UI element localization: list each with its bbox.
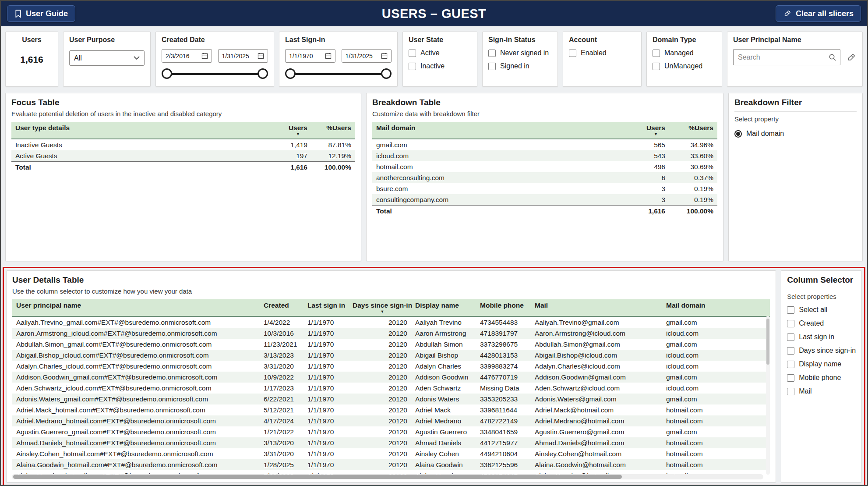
- created-date-to-input[interactable]: 1/31/2025: [218, 49, 268, 63]
- table-cell: 20120: [349, 316, 411, 328]
- col-created[interactable]: Created: [260, 299, 303, 316]
- checkbox-option[interactable]: UnManaged: [653, 62, 716, 70]
- checkbox-option[interactable]: Active: [409, 49, 471, 57]
- checkbox-icon[interactable]: [787, 361, 794, 368]
- checkbox-icon[interactable]: [787, 374, 794, 382]
- checkbox-icon[interactable]: [787, 320, 794, 327]
- col-users[interactable]: Users▼: [621, 122, 669, 139]
- col-mobile-phone[interactable]: Mobile phone: [476, 299, 531, 316]
- table-row[interactable]: Addison.Goodwin_gmail.com#EXT#@bsuredemo…: [12, 372, 770, 383]
- last-signin-from-input[interactable]: 1/1/1970: [285, 49, 335, 63]
- checkbox-icon[interactable]: [787, 333, 794, 341]
- slider-handle-min[interactable]: [162, 68, 172, 79]
- checkbox-option[interactable]: Enabled: [569, 49, 635, 57]
- table-cell: Adriel.Mack_hotmail.com#EXT#@bsuredemo.o…: [12, 404, 260, 415]
- table-row[interactable]: consultingcompany.com30.19%: [372, 194, 717, 206]
- breakdown-filter-option-mail-domain[interactable]: Mail domain: [734, 130, 857, 138]
- checkbox-icon[interactable]: [488, 63, 496, 70]
- table-row[interactable]: Agustin.Guerrero_gmail.com#EXT#@bsuredem…: [12, 426, 770, 437]
- table-cell: gmail.com: [662, 372, 770, 383]
- user-purpose-dropdown[interactable]: All: [69, 50, 145, 66]
- col-users[interactable]: Users▼: [263, 122, 311, 139]
- created-date-from-input[interactable]: 2/3/2016: [162, 49, 212, 63]
- table-cell: 20120: [349, 437, 411, 448]
- slider-handle-max[interactable]: [258, 68, 268, 79]
- table-row[interactable]: Ainsley.Cohen_hotmail.com#EXT#@bsuredemo…: [12, 448, 770, 459]
- table-row[interactable]: Abdullah.Simon_gmail.com#EXT#@bsuredemo.…: [12, 339, 770, 350]
- table-row[interactable]: Alaina.Goodwin_hotmail.com#EXT#@bsuredem…: [12, 459, 770, 470]
- clear-all-slicers-button[interactable]: Clear all slicers: [776, 5, 861, 22]
- table-row[interactable]: Aaron.Armstrong_icloud.com#EXT#@bsuredem…: [12, 328, 770, 339]
- checkbox-option[interactable]: Created: [787, 319, 856, 327]
- checkbox-option[interactable]: Never signed in: [488, 49, 552, 57]
- last-signin-to-input[interactable]: 1/31/2025: [342, 49, 392, 63]
- created-date-inputs: 2/3/2016 1/31/2025: [162, 49, 268, 63]
- table-row[interactable]: icloud.com54333.60%: [372, 150, 717, 161]
- checkbox-icon[interactable]: [409, 50, 416, 57]
- table-row[interactable]: Ahmad.Daniels_hotmail.com#EXT#@bsuredemo…: [12, 437, 770, 448]
- checkbox-option[interactable]: Inactive: [409, 62, 471, 70]
- col-pct-users[interactable]: %Users: [311, 122, 355, 139]
- table-cell: Adriel Mack: [411, 404, 476, 415]
- col-days-since-sign-in[interactable]: Days since sign-in▼: [349, 299, 411, 316]
- col-last-sign-in[interactable]: Last sign in: [303, 299, 349, 316]
- table-row[interactable]: Abigail.Bishop_icloud.com#EXT#@bsuredemo…: [12, 350, 770, 361]
- checkbox-icon[interactable]: [787, 306, 794, 314]
- checkbox-option[interactable]: Select all: [787, 306, 856, 314]
- table-cell: Adriel.Medrano@hotmail.com: [531, 415, 662, 426]
- table-cell: 1/1/1970: [303, 316, 349, 328]
- checkbox-option[interactable]: Mobile phone: [787, 374, 856, 382]
- table-cell: Adonis.Waters@gmail.com: [531, 394, 662, 404]
- upn-search-input[interactable]: [733, 49, 840, 65]
- checkbox-option[interactable]: Days since sign-in: [787, 347, 856, 355]
- table-row[interactable]: Adonis.Waters_gmail.com#EXT#@bsuredemo.o…: [12, 394, 770, 404]
- breakdown-filter-subtitle: Select property: [734, 115, 857, 123]
- vertical-scrollbar-thumb[interactable]: [766, 319, 769, 365]
- table-cell: Alaina Goodwin: [411, 459, 476, 470]
- checkbox-option[interactable]: Mail: [787, 387, 856, 395]
- focus-table-title: Focus Table: [11, 98, 355, 107]
- checkbox-option[interactable]: Signed in: [488, 62, 552, 70]
- table-row[interactable]: Aaliyah.Trevino_gmail.com#EXT#@bsuredemo…: [12, 316, 770, 328]
- clear-upn-eraser-icon[interactable]: [846, 52, 857, 63]
- col-display-name[interactable]: Display name: [411, 299, 476, 316]
- table-cell: hotmail.com: [662, 404, 770, 415]
- col-user-principal-name[interactable]: User principal name: [12, 299, 260, 316]
- col-pct-users[interactable]: %Users: [669, 122, 717, 139]
- checkbox-option[interactable]: Last sign in: [787, 333, 856, 341]
- table-row[interactable]: Adriel.Medrano_hotmail.com#EXT#@bsuredem…: [12, 415, 770, 426]
- table-row[interactable]: anotherconsulting.com60.37%: [372, 172, 717, 183]
- horizontal-scrollbar[interactable]: [12, 474, 763, 479]
- table-row[interactable]: hotmail.com49630.69%: [372, 161, 717, 172]
- table-row[interactable]: Inactive Guests1,41987.81%: [11, 139, 355, 150]
- user-guide-button[interactable]: User Guide: [7, 5, 75, 22]
- checkbox-icon[interactable]: [569, 50, 576, 57]
- radio-selected-icon[interactable]: [734, 130, 742, 138]
- horizontal-scrollbar-thumb[interactable]: [13, 475, 622, 479]
- checkbox-icon[interactable]: [409, 63, 416, 70]
- col-user-type-details[interactable]: User type details: [11, 122, 263, 139]
- table-row[interactable]: Aden.Schwartz_icloud.com#EXT#@bsuredemo.…: [12, 383, 770, 394]
- checkbox-icon[interactable]: [653, 63, 660, 70]
- table-row[interactable]: bsure.com30.19%: [372, 183, 717, 194]
- table-cell: gmail.com: [662, 339, 770, 350]
- slider-handle-min[interactable]: [285, 68, 296, 79]
- table-row[interactable]: Adriel.Mack_hotmail.com#EXT#@bsuredemo.o…: [12, 404, 770, 415]
- col-mail[interactable]: Mail: [531, 299, 662, 316]
- checkbox-option[interactable]: Managed: [653, 49, 716, 57]
- table-row[interactable]: Active Guests19712.19%: [11, 150, 355, 162]
- checkbox-option[interactable]: Display name: [787, 360, 856, 368]
- col-mail-domain[interactable]: Mail domain: [662, 299, 770, 316]
- checkbox-icon[interactable]: [488, 50, 496, 57]
- table-row[interactable]: Adalyn.Charles_icloud.com#EXT#@bsuredemo…: [12, 361, 770, 372]
- checkbox-icon[interactable]: [787, 347, 794, 355]
- table-cell: 20120: [349, 372, 411, 383]
- vertical-scrollbar[interactable]: [766, 316, 770, 475]
- checkbox-icon[interactable]: [653, 50, 660, 57]
- col-mail-domain[interactable]: Mail domain: [372, 122, 621, 139]
- signin-status-title: Sign-in Status: [488, 36, 552, 44]
- table-row[interactable]: gmail.com56534.96%: [372, 139, 717, 150]
- slider-handle-max[interactable]: [381, 68, 392, 79]
- checkbox-icon[interactable]: [787, 388, 794, 395]
- table-cell: 1/1/1970: [303, 383, 349, 394]
